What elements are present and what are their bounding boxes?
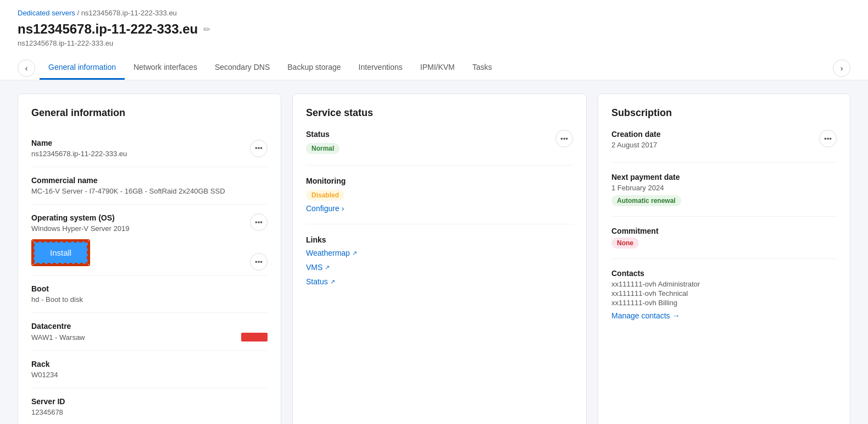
rack-label: Rack (31, 360, 268, 368)
vms-link[interactable]: VMS ↗ (306, 263, 573, 272)
commitment-row: Commitment None (611, 227, 837, 259)
service-status-title: Service status (306, 107, 573, 119)
datacentre-indicator (241, 333, 268, 342)
breadcrumb: Dedicated servers / ns12345678.ip-11-222… (18, 9, 850, 17)
next-payment-value: 1 February 2024 (611, 184, 837, 192)
subscription-more-button[interactable]: ••• (819, 130, 837, 147)
status-label: Status (306, 130, 340, 139)
monitoring-section: Monitoring Disabled Configure › (306, 177, 573, 224)
main-content: General information Name ns12345678.ip-1… (0, 80, 868, 424)
general-info-title: General information (31, 107, 268, 119)
status-link[interactable]: Status ↗ (306, 277, 573, 286)
install-button[interactable]: Install (34, 241, 88, 264)
name-more-button[interactable]: ••• (250, 140, 268, 157)
boot-label: Boot (31, 284, 268, 293)
datacentre-row: Datacentre WAW1 - Warsaw (31, 313, 268, 351)
status-more-button[interactable]: ••• (555, 130, 573, 147)
contacts-row: Contacts xx111111-ovh Administrator xx11… (611, 269, 837, 320)
os-value: Windows Hyper-V Server 2019 (31, 224, 268, 233)
server-id-label: Server ID (31, 397, 268, 406)
next-payment-row: Next payment date 1 February 2024 Automa… (611, 173, 837, 217)
tab-interventions[interactable]: Interventions (350, 56, 411, 80)
contacts-label: Contacts (611, 269, 837, 278)
os-label: Operating system (OS) (31, 213, 268, 222)
contacts-list: xx111111-ovh Administrator xx111111-ovh … (611, 280, 837, 307)
tab-tasks[interactable]: Tasks (464, 56, 501, 80)
name-value: ns12345678.ip-11-222-333.eu (31, 150, 268, 158)
server-id-row: Server ID 12345678 (31, 388, 268, 424)
weathermap-label: Weathermap (306, 249, 350, 257)
tab-arrow-right[interactable]: › (833, 59, 850, 77)
tab-general-information[interactable]: General information (40, 56, 125, 80)
commercial-label: Commercial name (31, 176, 268, 185)
name-row: Name ns12345678.ip-11-222-333.eu ••• (31, 130, 268, 167)
next-payment-label: Next payment date (611, 173, 837, 181)
rack-row: Rack W01234 (31, 351, 268, 388)
breadcrumb-separator: / (77, 9, 81, 17)
edit-icon[interactable]: ✏ (203, 24, 210, 35)
creation-date-label: Creation date (611, 130, 837, 139)
boot-row: Boot hd - Boot to disk (31, 276, 268, 313)
breadcrumb-parent[interactable]: Dedicated servers (18, 9, 75, 17)
tabs-container: ‹ General information Network interfaces… (18, 56, 850, 80)
configure-link[interactable]: Configure › (306, 204, 344, 213)
manage-contacts-arrow: → (672, 311, 680, 320)
weathermap-ext-icon: ↗ (352, 250, 357, 257)
commercial-row: Commercial name MC-16-V Server - I7-4790… (31, 167, 268, 205)
commitment-label: Commitment (611, 227, 837, 235)
tab-backup-storage[interactable]: Backup storage (279, 56, 349, 80)
install-more-button[interactable]: ••• (250, 253, 268, 271)
install-btn-wrapper: Install (31, 239, 90, 266)
server-id-value: 12345678 (31, 408, 268, 416)
configure-label: Configure (306, 204, 340, 213)
service-status-card: Service status Status Normal ••• Monitor… (292, 93, 587, 424)
contact-technical: xx111111-ovh Technical (611, 289, 837, 298)
subscription-content: ••• Creation date 2 August 2017 Next pay… (611, 130, 837, 320)
datacentre-value: WAW1 - Warsaw (31, 333, 85, 342)
status-left: Status Normal (306, 130, 340, 154)
vms-label: VMS (306, 263, 322, 272)
status-badge: Normal (306, 143, 340, 154)
name-label: Name (31, 139, 268, 147)
os-row: Operating system (OS) Windows Hyper-V Se… (31, 205, 268, 276)
links-section: Links Weathermap ↗ VMS ↗ Status ↗ (306, 235, 573, 286)
contact-billing: xx111111-ovh Billing (611, 299, 837, 307)
status-section: Status Normal ••• (306, 130, 573, 166)
commercial-value: MC-16-V Server - I7-4790K - 16GB - SoftR… (31, 187, 268, 195)
tab-ipmi-kvm[interactable]: IPMI/KVM (411, 56, 464, 80)
weathermap-link[interactable]: Weathermap ↗ (306, 249, 573, 257)
manage-contacts-link[interactable]: Manage contacts → (611, 311, 680, 320)
commitment-badge: None (611, 238, 639, 249)
breadcrumb-current: ns12345678.ip-11-222-333.eu (81, 9, 177, 17)
links-label: Links (306, 235, 573, 244)
tab-secondary-dns[interactable]: Secondary DNS (206, 56, 279, 80)
monitoring-label: Monitoring (306, 177, 573, 185)
subscription-title: Subscription (611, 107, 837, 119)
manage-contacts-label: Manage contacts (611, 311, 670, 320)
rack-value: W01234 (31, 371, 268, 379)
datacentre-label: Datacentre (31, 322, 268, 331)
vms-ext-icon: ↗ (325, 264, 330, 271)
monitoring-badge: Disabled (306, 190, 344, 201)
general-info-card: General information Name ns12345678.ip-1… (18, 93, 281, 424)
boot-value: hd - Boot to disk (31, 295, 268, 304)
server-subtitle: ns12345678.ip-11-222-333.eu (18, 39, 850, 47)
status-link-label: Status (306, 277, 328, 286)
os-more-button[interactable]: ••• (250, 213, 268, 231)
tab-arrow-left[interactable]: ‹ (18, 59, 35, 77)
renewal-badge: Automatic renewal (611, 195, 681, 206)
creation-date-value: 2 August 2017 (611, 141, 837, 149)
status-ext-icon: ↗ (330, 278, 335, 285)
tab-network-interfaces[interactable]: Network interfaces (125, 56, 206, 80)
creation-date-row: Creation date 2 August 2017 (611, 130, 837, 163)
subscription-card: Subscription ••• Creation date 2 August … (598, 93, 850, 424)
contact-administrator: xx111111-ovh Administrator (611, 280, 837, 288)
configure-arrow: › (342, 204, 344, 213)
server-title: ns12345678.ip-11-222-333.eu (18, 21, 198, 37)
